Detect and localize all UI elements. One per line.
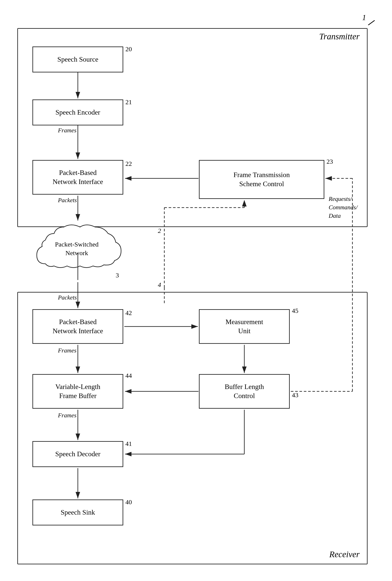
packet-network-rx-block: Packet-BasedNetwork Interface <box>32 309 123 344</box>
packets-tx-label: Packets <box>58 197 77 204</box>
speech-sink-block: Speech Sink <box>32 500 123 526</box>
packet-network-tx-block: Packet-BasedNetwork Interface <box>32 160 123 194</box>
frame-transmission-ref: 23 <box>326 158 333 165</box>
packet-network-tx-ref: 22 <box>126 160 132 167</box>
buffer-length-control-block: Buffer LengthControl <box>199 374 290 409</box>
variable-length-buffer-ref: 44 <box>126 372 132 379</box>
svg-text:Packet-Switched: Packet-Switched <box>55 241 98 248</box>
speech-encoder-block: Speech Encoder <box>32 100 123 126</box>
page: 1 / Transmitter Receiver Speech Source 2… <box>0 0 392 581</box>
frames-rx2-label: Frames <box>58 412 76 419</box>
frames-rx1-label: Frames <box>58 347 76 354</box>
variable-length-buffer-block: Variable-LengthFrame Buffer <box>32 374 123 409</box>
measurement-unit-block: MeasurementUnit <box>199 309 290 344</box>
speech-decoder-ref: 41 <box>126 440 132 447</box>
svg-text:Network: Network <box>66 249 88 256</box>
cloud-container: Packet-Switched Network 3 <box>28 220 126 281</box>
frame-transmission-block: Frame TransmissionScheme Control <box>199 160 324 199</box>
speech-source-ref: 20 <box>126 46 132 53</box>
requests-commands-data-label: Requests/Commands/Data <box>329 194 358 220</box>
packet-network-rx-ref: 42 <box>126 309 132 316</box>
speech-encoder-ref: 21 <box>126 98 132 106</box>
measurement-unit-ref: 45 <box>292 307 298 314</box>
figure-number: 1 <box>362 13 366 22</box>
receiver-label: Receiver <box>329 549 360 560</box>
figure-slash: / <box>366 16 376 29</box>
cloud-ref: 3 <box>116 272 119 279</box>
speech-source-block: Speech Source <box>32 46 123 72</box>
frames-tx-label: Frames <box>58 127 76 134</box>
ref-2-label: 2 <box>158 227 161 234</box>
buffer-length-control-ref: 43 <box>292 391 298 399</box>
speech-decoder-block: Speech Decoder <box>32 441 123 467</box>
ref-4-label: 4 <box>158 281 161 288</box>
speech-sink-ref: 40 <box>126 498 132 506</box>
packets-rx-label: Packets <box>58 294 77 301</box>
cloud-svg: Packet-Switched Network <box>28 220 126 281</box>
transmitter-label: Transmitter <box>319 31 360 42</box>
